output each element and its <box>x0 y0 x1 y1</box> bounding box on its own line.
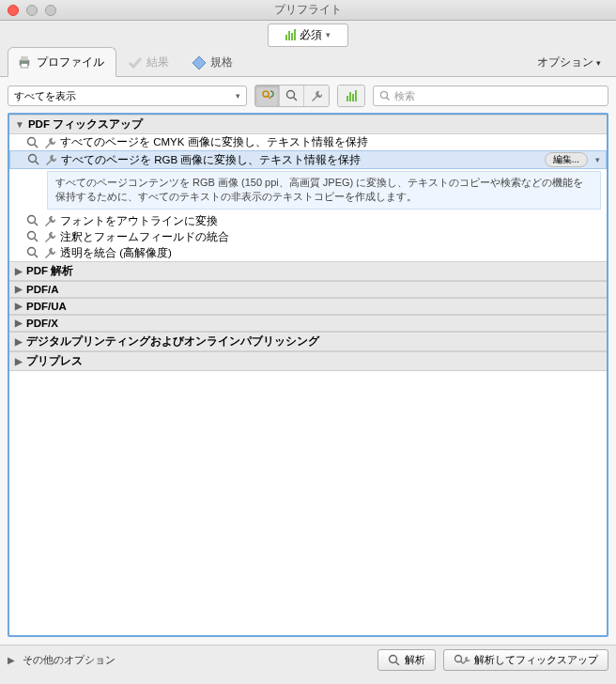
favorites-button[interactable] <box>338 86 364 106</box>
required-label: 必須 <box>300 27 322 43</box>
wrench-icon <box>43 136 56 149</box>
group-label: PDF フィックスアップ <box>28 117 143 132</box>
item-label: すべてのページを CMYK 画像に変換し、テキスト情報を保持 <box>60 135 368 149</box>
wrench-icon <box>310 89 323 102</box>
magnifier-icon <box>26 136 39 149</box>
magnifier-icon <box>285 89 299 102</box>
top-toolbar: 必須 ▾ <box>0 21 616 49</box>
tab-standards-label: 規格 <box>210 54 233 70</box>
group-analysis[interactable]: ▶PDF 解析 <box>9 261 607 281</box>
item-font-outline[interactable]: フォントをアウトラインに変換 <box>9 213 607 229</box>
group-label: PDF/X <box>26 318 58 329</box>
svg-point-13 <box>390 655 397 662</box>
group-label: PDF/UA <box>26 301 67 312</box>
svg-rect-2 <box>21 64 28 69</box>
group-label: PDF 解析 <box>26 264 73 278</box>
tab-profile[interactable]: プロファイル <box>8 47 116 77</box>
search-input[interactable]: 検索 <box>373 86 608 106</box>
svg-rect-1 <box>21 56 28 61</box>
tab-results[interactable]: 結果 <box>120 49 180 76</box>
view-fixups-button[interactable] <box>304 86 329 106</box>
wrench-icon <box>43 230 56 243</box>
item-label: すべてのページを RGB 画像に変換し、テキスト情報を保持 <box>61 153 361 167</box>
svg-point-11 <box>28 232 36 240</box>
options-menu[interactable]: オプション ▾ <box>530 49 608 76</box>
group-prepress[interactable]: ▶プリプレス <box>9 351 607 371</box>
tab-bar: プロファイル 結果 規格 オプション ▾ <box>0 49 616 77</box>
tab-profile-label: プロファイル <box>37 54 104 70</box>
bars-icon <box>285 29 296 40</box>
chevron-down-icon[interactable]: ▾ <box>595 155 600 164</box>
search-placeholder: 検索 <box>394 89 415 103</box>
diamond-icon <box>192 55 207 70</box>
svg-point-12 <box>28 248 36 256</box>
favorites-group <box>337 85 365 107</box>
search-icon <box>379 90 391 101</box>
tab-standards[interactable]: 規格 <box>184 49 244 76</box>
check-icon <box>128 55 143 70</box>
svg-marker-4 <box>192 56 206 70</box>
chevron-right-icon: ▶ <box>15 336 23 347</box>
group-label: プリプレス <box>26 354 83 368</box>
magnifier-icon <box>388 654 401 667</box>
edit-button[interactable]: 編集... <box>545 152 588 167</box>
item-flatten[interactable]: 透明を統合 (高解像度) <box>9 245 607 261</box>
magnifier-icon <box>26 246 39 259</box>
analyze-fix-label: 解析してフィックスアップ <box>474 653 598 667</box>
analyze-label: 解析 <box>405 653 425 667</box>
group-pdfx[interactable]: ▶PDF/X <box>9 315 607 332</box>
chevron-down-icon: ▾ <box>236 91 240 101</box>
magnifier-icon <box>26 230 39 243</box>
analyze-fix-button[interactable]: 解析してフィックスアップ <box>443 649 608 671</box>
magnifier-icon <box>26 214 39 227</box>
chevron-down-icon: ▼ <box>15 119 24 130</box>
wrench-icon <box>43 246 56 259</box>
title-bar: プリフライト <box>0 0 616 21</box>
item-cmyk[interactable]: すべてのページを CMYK 画像に変換し、テキスト情報を保持 <box>9 134 607 150</box>
magnifier-wrench-icon <box>454 654 470 667</box>
magnifier-icon <box>27 153 40 166</box>
chevron-down-icon: ▾ <box>326 30 331 39</box>
svg-point-8 <box>28 137 36 145</box>
window-title: プリフライト <box>0 2 616 18</box>
item-label: 注釈とフォームフィールドの統合 <box>60 230 229 244</box>
item-annot-merge[interactable]: 注釈とフォームフィールドの統合 <box>9 229 607 245</box>
chevron-right-icon: ▶ <box>15 301 23 311</box>
bars-icon <box>346 90 357 101</box>
analyze-button[interactable]: 解析 <box>377 649 436 671</box>
svg-point-7 <box>381 92 388 99</box>
chevron-right-icon: ▶ <box>15 284 23 294</box>
view-checks-button[interactable] <box>280 86 304 106</box>
filter-bar: すべてを表示 ▾ 検索 <box>8 85 608 107</box>
group-pdfa[interactable]: ▶PDF/A <box>9 281 607 298</box>
svg-point-14 <box>455 655 462 661</box>
group-label: デジタルプリンティングおよびオンラインパブリッシング <box>26 334 319 349</box>
wrench-icon <box>44 153 57 166</box>
other-options-label[interactable]: その他のオプション <box>23 653 116 667</box>
options-label: オプション <box>537 55 593 69</box>
main-panel: すべてを表示 ▾ 検索 ▼PDF フィックスアップ <box>0 77 616 645</box>
item-label: 透明を統合 (高解像度) <box>60 246 172 260</box>
profiles-icon <box>260 88 275 103</box>
chevron-down-icon: ▾ <box>596 58 601 68</box>
item-label: フォントをアウトラインに変換 <box>60 214 218 228</box>
chevron-right-icon[interactable]: ▶ <box>8 655 15 665</box>
svg-point-9 <box>29 155 37 163</box>
show-filter-label: すべてを表示 <box>14 89 76 103</box>
item-rgb[interactable]: すべてのページを RGB 画像に変換し、テキスト情報を保持 編集... ▾ <box>9 150 607 169</box>
wrench-icon <box>43 214 56 227</box>
svg-point-6 <box>286 91 294 99</box>
required-dropdown[interactable]: 必須 ▾ <box>268 23 348 47</box>
view-profiles-button[interactable] <box>255 86 280 106</box>
group-digital[interactable]: ▶デジタルプリンティングおよびオンラインパブリッシング <box>9 332 607 351</box>
svg-point-10 <box>28 216 36 224</box>
show-filter-select[interactable]: すべてを表示 ▾ <box>8 86 247 106</box>
group-label: PDF/A <box>26 284 59 295</box>
footer: ▶ その他のオプション 解析 解析してフィックスアップ <box>0 645 616 675</box>
item-description: すべてのページコンテンツを RGB 画像 (150 ppi、高画質 JPEG) … <box>47 171 601 210</box>
group-pdfua[interactable]: ▶PDF/UA <box>9 298 607 315</box>
group-fixup[interactable]: ▼PDF フィックスアップ <box>9 115 607 134</box>
printer-icon <box>16 54 33 70</box>
view-mode-group <box>254 85 330 107</box>
profile-tree[interactable]: ▼PDF フィックスアップ すべてのページを CMYK 画像に変換し、テキスト情… <box>8 113 608 637</box>
